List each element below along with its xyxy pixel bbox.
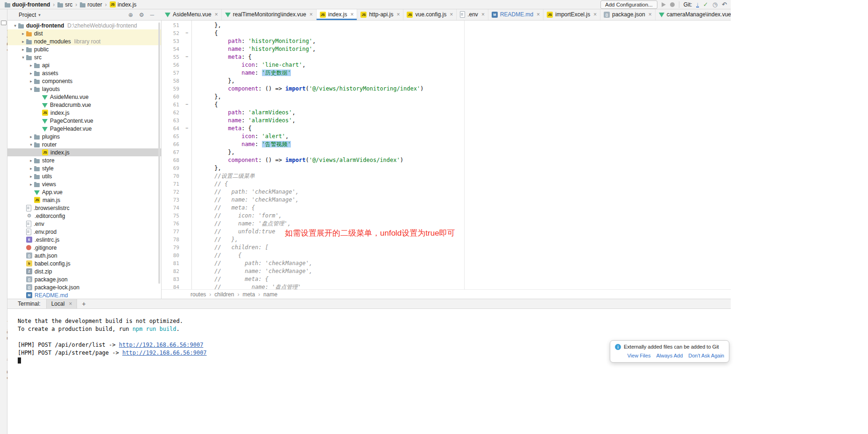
breadcrumb-item[interactable]: JSindex.js	[109, 1, 138, 8]
tree-item[interactable]: ▸utils	[7, 172, 161, 180]
new-terminal-tab-button[interactable]: +	[82, 300, 85, 308]
chevron-right-icon[interactable]: ▸	[28, 63, 34, 68]
code-area[interactable]: 51 },52− {53 path: 'historyMonitoring',5…	[162, 21, 731, 289]
tree-item[interactable]: ▸store	[7, 156, 161, 164]
debug-icon[interactable]	[670, 2, 675, 7]
chevron-right-icon[interactable]: ▸	[28, 71, 34, 76]
tree-item[interactable]: JSindex.js	[7, 148, 161, 156]
editor-tab[interactable]: AsideMenu.vue×	[162, 9, 222, 20]
tree-item[interactable]: ▾router	[7, 140, 161, 148]
chevron-right-icon[interactable]: ▸	[20, 47, 26, 52]
run-icon[interactable]	[662, 2, 666, 7]
chevron-down-icon[interactable]: ▾	[12, 23, 18, 28]
close-terminal-tab-icon[interactable]: ×	[69, 301, 72, 307]
close-tab-icon[interactable]: ×	[215, 11, 218, 18]
close-tab-icon[interactable]: ×	[481, 11, 485, 18]
tree-item[interactable]: ▸assets	[7, 69, 161, 77]
close-tab-icon[interactable]: ×	[593, 11, 597, 18]
always-add-link[interactable]: Always Add	[656, 353, 683, 358]
editor-tab[interactable]: JSindex.js×	[317, 9, 358, 20]
chevron-right-icon[interactable]: ▸	[28, 166, 34, 171]
editor-tab[interactable]: realTimeMonitoring\index.vue×	[222, 9, 317, 20]
editor-breadcrumb-item[interactable]: routes	[191, 291, 206, 298]
chevron-right-icon[interactable]: ▸	[20, 39, 26, 44]
fold-marker-icon[interactable]: −	[182, 29, 191, 37]
tree-item[interactable]: .gitignore	[7, 244, 161, 252]
tree-item[interactable]: {}auth.json	[7, 252, 161, 259]
editor-breadcrumb-item[interactable]: name	[263, 291, 277, 298]
tree-item[interactable]: {}package.json	[7, 275, 161, 283]
chevron-right-icon[interactable]: ▸	[28, 134, 34, 139]
breadcrumb-item[interactable]: router	[79, 1, 103, 8]
tree-item[interactable]: ▸dist	[7, 29, 161, 37]
editor-tab[interactable]: JSvue.config.js×	[403, 9, 457, 20]
settings-gear-icon[interactable]: ⚙	[139, 12, 144, 18]
add-configuration-button[interactable]: Add Configuration...	[600, 0, 657, 9]
editor-breadcrumb-item[interactable]: meta	[242, 291, 255, 298]
close-tab-icon[interactable]: ×	[536, 11, 540, 18]
tree-item[interactable]: JSmain.js	[7, 196, 161, 204]
tree-item[interactable]: ▸components	[7, 77, 161, 85]
chevron-right-icon[interactable]: ▸	[28, 79, 34, 84]
tree-item[interactable]: ⚙.editorconfig	[7, 212, 161, 220]
close-tab-icon[interactable]: ×	[350, 11, 353, 18]
tree-item[interactable]: ▾duoji-frontendD:\zheheWeb\duoji-fronten…	[7, 21, 161, 29]
editor-tab[interactable]: cameraManage\index.vue×	[656, 9, 731, 20]
tree-item[interactable]: ▸plugins	[7, 133, 161, 140]
project-tree[interactable]: ▾duoji-frontendD:\zheheWeb\duoji-fronten…	[7, 21, 161, 299]
git-commit-icon[interactable]: ✓	[703, 1, 708, 8]
tree-item[interactable]: MREADME.md	[7, 291, 161, 299]
tree-item[interactable]: ▸style	[7, 164, 161, 172]
fold-marker-icon[interactable]: −	[182, 125, 191, 133]
chevron-right-icon[interactable]: ▸	[28, 182, 34, 187]
editor-tab[interactable]: MREADME.md×	[488, 9, 543, 20]
tree-item[interactable]: .browserslistrc	[7, 204, 161, 212]
terminal-link[interactable]: http://192.168.66.56:9007	[122, 350, 207, 356]
terminal-tab-local[interactable]: Local ×	[46, 299, 78, 308]
fold-marker-icon[interactable]: −	[182, 101, 191, 109]
tree-item[interactable]: E.eslintrc.js	[7, 236, 161, 244]
terminal-link[interactable]: http://192.168.66.56:9007	[119, 342, 204, 348]
tree-item[interactable]: Breadcrumb.vue	[7, 101, 161, 109]
tree-item[interactable]: ▸views	[7, 180, 161, 188]
project-view-selector[interactable]: Project ▾	[19, 12, 41, 18]
editor-tab[interactable]: {}package.json×	[600, 9, 656, 20]
editor-tab[interactable]: JSimportExcel.js×	[543, 9, 600, 20]
tree-item[interactable]: PageContent.vue	[7, 117, 161, 125]
fold-marker-icon[interactable]: −	[182, 53, 191, 61]
editor-area[interactable]: 51 },52− {53 path: 'historyMonitoring',5…	[162, 21, 731, 289]
tree-item[interactable]: PageHeader.vue	[7, 125, 161, 133]
locate-file-icon[interactable]: ⊕	[128, 12, 133, 18]
chevron-down-icon[interactable]: ▾	[28, 87, 34, 91]
editor-tab[interactable]: .env×	[457, 9, 488, 20]
tree-item[interactable]: bbabel.config.js	[7, 259, 161, 267]
chevron-right-icon[interactable]: ▸	[28, 158, 34, 163]
tree-item[interactable]: App.vue	[7, 188, 161, 196]
terminal-panel[interactable]: Note that the development build is not o…	[7, 309, 731, 434]
tree-item[interactable]: Zdist.zip	[7, 267, 161, 275]
editor-tab[interactable]: JShttp-api.js×	[357, 9, 403, 20]
git-log-icon[interactable]: ◷	[713, 1, 718, 8]
tree-item[interactable]: ▾layouts	[7, 85, 161, 93]
breadcrumb-item[interactable]: duoji-frontend	[4, 1, 51, 8]
chevron-right-icon[interactable]: ▸	[28, 174, 34, 179]
editor-breadcrumb-item[interactable]: children	[214, 291, 234, 298]
tree-item[interactable]: JSindex.js	[7, 109, 161, 117]
don-t-ask-again-link[interactable]: Don't Ask Again	[688, 353, 724, 358]
hide-panel-icon[interactable]: ─	[150, 12, 154, 18]
chevron-down-icon[interactable]: ▾	[28, 142, 34, 147]
tree-item[interactable]: ▸node_moduleslibrary root	[7, 37, 161, 45]
tree-item[interactable]: {}package-lock.json	[7, 283, 161, 291]
close-tab-icon[interactable]: ×	[450, 11, 453, 18]
tree-item[interactable]: ▸api	[7, 61, 161, 69]
git-update-icon[interactable]: ↓	[696, 1, 699, 7]
close-tab-icon[interactable]: ×	[396, 11, 400, 18]
tree-item[interactable]: ▸public	[7, 45, 161, 53]
chevron-right-icon[interactable]: ▸	[20, 31, 26, 36]
chevron-down-icon[interactable]: ▾	[20, 55, 26, 60]
view-files-link[interactable]: View Files	[627, 353, 650, 358]
tree-item[interactable]: ▾src	[7, 53, 161, 61]
tree-item[interactable]: .env.prod	[7, 228, 161, 236]
project-scrollbar[interactable]	[158, 22, 160, 284]
breadcrumb-item[interactable]: src	[56, 1, 73, 8]
